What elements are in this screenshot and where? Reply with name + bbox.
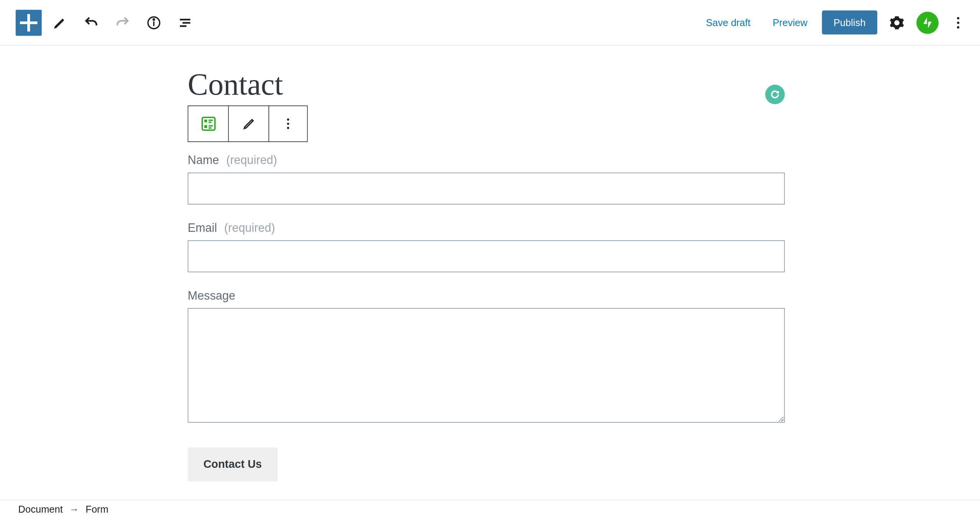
message-textarea[interactable] xyxy=(188,308,785,423)
undo-button[interactable] xyxy=(78,10,104,36)
svg-point-20 xyxy=(287,127,289,129)
svg-point-18 xyxy=(287,118,289,121)
contact-submit-button[interactable]: Contact Us xyxy=(188,448,278,481)
toolbar-right-group: Save draft Preview Publish xyxy=(698,10,971,36)
grammarly-icon xyxy=(768,88,781,101)
more-vertical-icon xyxy=(950,15,966,30)
form-field-message: Message xyxy=(188,289,785,425)
redo-icon xyxy=(115,15,130,30)
settings-button[interactable] xyxy=(884,10,910,36)
block-more-button[interactable] xyxy=(269,106,307,141)
edit-mode-button[interactable] xyxy=(47,10,73,36)
form-field-name: Name (required) xyxy=(188,154,785,205)
info-button[interactable] xyxy=(141,10,167,36)
chevron-right-icon: → xyxy=(69,503,79,515)
breadcrumb: Document → Form xyxy=(0,500,980,518)
breadcrumb-current[interactable]: Form xyxy=(86,503,108,515)
block-edit-button[interactable] xyxy=(229,106,269,141)
name-input[interactable] xyxy=(188,173,785,205)
pencil-icon xyxy=(242,116,256,131)
outline-button[interactable] xyxy=(172,10,198,36)
preview-button[interactable]: Preview xyxy=(765,12,816,33)
svg-rect-12 xyxy=(204,120,207,122)
svg-point-8 xyxy=(957,17,959,19)
content-inner: Contact Name (required) xyxy=(188,66,785,481)
undo-icon xyxy=(84,15,99,30)
add-block-button[interactable] xyxy=(16,10,42,36)
save-draft-button[interactable]: Save draft xyxy=(698,12,758,33)
gear-icon xyxy=(889,15,905,30)
more-options-button[interactable] xyxy=(945,10,971,36)
outline-icon xyxy=(177,15,193,30)
svg-point-19 xyxy=(287,123,289,125)
field-label: Message xyxy=(188,289,785,303)
svg-point-4 xyxy=(153,18,155,20)
grammarly-button[interactable] xyxy=(765,85,785,104)
field-label-text: Message xyxy=(188,289,235,302)
field-required-suffix: (required) xyxy=(224,221,275,234)
info-icon xyxy=(146,15,162,30)
jetpack-button[interactable] xyxy=(916,11,939,34)
field-required-suffix: (required) xyxy=(226,154,277,167)
edit-tool-icon xyxy=(52,15,68,30)
field-label: Email (required) xyxy=(188,221,785,235)
field-label: Name (required) xyxy=(188,154,785,167)
svg-point-9 xyxy=(957,21,959,24)
toolbar-left-group xyxy=(16,10,198,36)
form-block-icon xyxy=(200,115,217,132)
redo-button[interactable] xyxy=(110,10,136,36)
svg-rect-15 xyxy=(204,125,207,128)
more-vertical-icon xyxy=(281,116,295,131)
page-title[interactable]: Contact xyxy=(188,66,785,102)
add-icon xyxy=(16,10,42,36)
form-field-email: Email (required) xyxy=(188,221,785,272)
svg-point-10 xyxy=(957,26,959,28)
editor-top-toolbar: Save draft Preview Publish xyxy=(0,0,980,46)
publish-button[interactable]: Publish xyxy=(822,10,877,34)
block-type-button[interactable] xyxy=(188,106,229,141)
field-label-text: Email xyxy=(188,221,217,234)
email-input[interactable] xyxy=(188,240,785,272)
jetpack-icon xyxy=(920,15,934,30)
editor-content-area: Contact Name (required) xyxy=(0,46,980,518)
block-toolbar xyxy=(188,105,308,142)
breadcrumb-root[interactable]: Document xyxy=(18,503,63,515)
field-label-text: Name xyxy=(188,154,219,167)
